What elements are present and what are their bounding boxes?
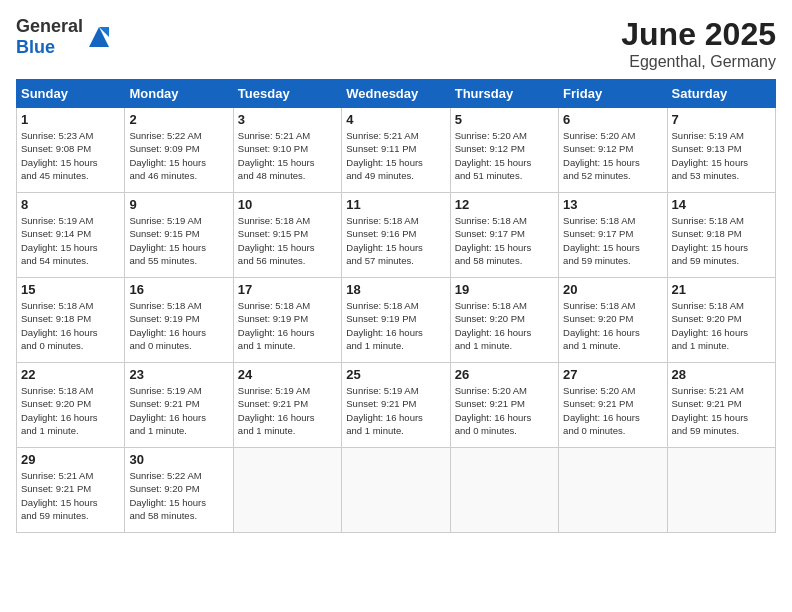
- day-24: 24Sunrise: 5:19 AM Sunset: 9:21 PM Dayli…: [233, 363, 341, 448]
- day-2: 2Sunrise: 5:22 AM Sunset: 9:09 PM Daylig…: [125, 108, 233, 193]
- day-info: Sunrise: 5:20 AM Sunset: 9:12 PM Dayligh…: [455, 130, 532, 181]
- col-thursday: Thursday: [450, 80, 558, 108]
- day-9: 9Sunrise: 5:19 AM Sunset: 9:15 PM Daylig…: [125, 193, 233, 278]
- day-number: 29: [21, 452, 120, 467]
- title-area: June 2025 Eggenthal, Germany: [621, 16, 776, 71]
- day-number: 6: [563, 112, 662, 127]
- week-row-0: 1Sunrise: 5:23 AM Sunset: 9:08 PM Daylig…: [17, 108, 776, 193]
- day-info: Sunrise: 5:19 AM Sunset: 9:21 PM Dayligh…: [129, 385, 206, 436]
- day-info: Sunrise: 5:19 AM Sunset: 9:14 PM Dayligh…: [21, 215, 98, 266]
- logo-blue: Blue: [16, 37, 55, 57]
- day-info: Sunrise: 5:18 AM Sunset: 9:18 PM Dayligh…: [672, 215, 749, 266]
- day-1: 1Sunrise: 5:23 AM Sunset: 9:08 PM Daylig…: [17, 108, 125, 193]
- day-number: 4: [346, 112, 445, 127]
- day-number: 30: [129, 452, 228, 467]
- logo-general: General: [16, 16, 83, 36]
- day-info: Sunrise: 5:19 AM Sunset: 9:21 PM Dayligh…: [238, 385, 315, 436]
- day-3: 3Sunrise: 5:21 AM Sunset: 9:10 PM Daylig…: [233, 108, 341, 193]
- day-number: 3: [238, 112, 337, 127]
- day-30: 30Sunrise: 5:22 AM Sunset: 9:20 PM Dayli…: [125, 448, 233, 533]
- day-19: 19Sunrise: 5:18 AM Sunset: 9:20 PM Dayli…: [450, 278, 558, 363]
- day-info: Sunrise: 5:23 AM Sunset: 9:08 PM Dayligh…: [21, 130, 98, 181]
- day-number: 21: [672, 282, 771, 297]
- day-number: 10: [238, 197, 337, 212]
- day-empty: [450, 448, 558, 533]
- day-info: Sunrise: 5:18 AM Sunset: 9:15 PM Dayligh…: [238, 215, 315, 266]
- day-number: 22: [21, 367, 120, 382]
- day-info: Sunrise: 5:18 AM Sunset: 9:19 PM Dayligh…: [238, 300, 315, 351]
- day-17: 17Sunrise: 5:18 AM Sunset: 9:19 PM Dayli…: [233, 278, 341, 363]
- day-empty: [667, 448, 775, 533]
- day-info: Sunrise: 5:21 AM Sunset: 9:21 PM Dayligh…: [672, 385, 749, 436]
- day-18: 18Sunrise: 5:18 AM Sunset: 9:19 PM Dayli…: [342, 278, 450, 363]
- day-info: Sunrise: 5:21 AM Sunset: 9:21 PM Dayligh…: [21, 470, 98, 521]
- day-number: 27: [563, 367, 662, 382]
- day-number: 11: [346, 197, 445, 212]
- calendar-title: June 2025: [621, 16, 776, 53]
- header-row: Sunday Monday Tuesday Wednesday Thursday…: [17, 80, 776, 108]
- day-number: 25: [346, 367, 445, 382]
- day-info: Sunrise: 5:18 AM Sunset: 9:20 PM Dayligh…: [672, 300, 749, 351]
- calendar-subtitle: Eggenthal, Germany: [621, 53, 776, 71]
- day-number: 12: [455, 197, 554, 212]
- logo: General Blue: [16, 16, 113, 58]
- week-row-4: 29Sunrise: 5:21 AM Sunset: 9:21 PM Dayli…: [17, 448, 776, 533]
- day-13: 13Sunrise: 5:18 AM Sunset: 9:17 PM Dayli…: [559, 193, 667, 278]
- day-info: Sunrise: 5:20 AM Sunset: 9:21 PM Dayligh…: [455, 385, 532, 436]
- day-info: Sunrise: 5:18 AM Sunset: 9:19 PM Dayligh…: [129, 300, 206, 351]
- day-23: 23Sunrise: 5:19 AM Sunset: 9:21 PM Dayli…: [125, 363, 233, 448]
- day-12: 12Sunrise: 5:18 AM Sunset: 9:17 PM Dayli…: [450, 193, 558, 278]
- col-wednesday: Wednesday: [342, 80, 450, 108]
- col-friday: Friday: [559, 80, 667, 108]
- day-number: 23: [129, 367, 228, 382]
- day-number: 8: [21, 197, 120, 212]
- day-number: 28: [672, 367, 771, 382]
- week-row-3: 22Sunrise: 5:18 AM Sunset: 9:20 PM Dayli…: [17, 363, 776, 448]
- day-info: Sunrise: 5:18 AM Sunset: 9:20 PM Dayligh…: [21, 385, 98, 436]
- day-5: 5Sunrise: 5:20 AM Sunset: 9:12 PM Daylig…: [450, 108, 558, 193]
- day-info: Sunrise: 5:18 AM Sunset: 9:17 PM Dayligh…: [563, 215, 640, 266]
- day-info: Sunrise: 5:21 AM Sunset: 9:10 PM Dayligh…: [238, 130, 315, 181]
- day-info: Sunrise: 5:22 AM Sunset: 9:09 PM Dayligh…: [129, 130, 206, 181]
- day-info: Sunrise: 5:19 AM Sunset: 9:15 PM Dayligh…: [129, 215, 206, 266]
- day-10: 10Sunrise: 5:18 AM Sunset: 9:15 PM Dayli…: [233, 193, 341, 278]
- day-number: 24: [238, 367, 337, 382]
- day-22: 22Sunrise: 5:18 AM Sunset: 9:20 PM Dayli…: [17, 363, 125, 448]
- day-6: 6Sunrise: 5:20 AM Sunset: 9:12 PM Daylig…: [559, 108, 667, 193]
- logo-text: General Blue: [16, 16, 83, 58]
- day-info: Sunrise: 5:19 AM Sunset: 9:13 PM Dayligh…: [672, 130, 749, 181]
- day-info: Sunrise: 5:20 AM Sunset: 9:21 PM Dayligh…: [563, 385, 640, 436]
- day-14: 14Sunrise: 5:18 AM Sunset: 9:18 PM Dayli…: [667, 193, 775, 278]
- week-row-2: 15Sunrise: 5:18 AM Sunset: 9:18 PM Dayli…: [17, 278, 776, 363]
- day-number: 2: [129, 112, 228, 127]
- calendar-table: Sunday Monday Tuesday Wednesday Thursday…: [16, 79, 776, 533]
- day-empty: [559, 448, 667, 533]
- day-info: Sunrise: 5:20 AM Sunset: 9:12 PM Dayligh…: [563, 130, 640, 181]
- day-28: 28Sunrise: 5:21 AM Sunset: 9:21 PM Dayli…: [667, 363, 775, 448]
- day-info: Sunrise: 5:22 AM Sunset: 9:20 PM Dayligh…: [129, 470, 206, 521]
- day-number: 17: [238, 282, 337, 297]
- day-number: 19: [455, 282, 554, 297]
- day-info: Sunrise: 5:18 AM Sunset: 9:20 PM Dayligh…: [563, 300, 640, 351]
- day-11: 11Sunrise: 5:18 AM Sunset: 9:16 PM Dayli…: [342, 193, 450, 278]
- day-21: 21Sunrise: 5:18 AM Sunset: 9:20 PM Dayli…: [667, 278, 775, 363]
- day-number: 14: [672, 197, 771, 212]
- col-saturday: Saturday: [667, 80, 775, 108]
- day-number: 15: [21, 282, 120, 297]
- day-26: 26Sunrise: 5:20 AM Sunset: 9:21 PM Dayli…: [450, 363, 558, 448]
- day-8: 8Sunrise: 5:19 AM Sunset: 9:14 PM Daylig…: [17, 193, 125, 278]
- day-info: Sunrise: 5:18 AM Sunset: 9:19 PM Dayligh…: [346, 300, 423, 351]
- day-info: Sunrise: 5:21 AM Sunset: 9:11 PM Dayligh…: [346, 130, 423, 181]
- day-empty: [342, 448, 450, 533]
- day-25: 25Sunrise: 5:19 AM Sunset: 9:21 PM Dayli…: [342, 363, 450, 448]
- day-info: Sunrise: 5:18 AM Sunset: 9:17 PM Dayligh…: [455, 215, 532, 266]
- day-20: 20Sunrise: 5:18 AM Sunset: 9:20 PM Dayli…: [559, 278, 667, 363]
- day-27: 27Sunrise: 5:20 AM Sunset: 9:21 PM Dayli…: [559, 363, 667, 448]
- day-number: 9: [129, 197, 228, 212]
- week-row-1: 8Sunrise: 5:19 AM Sunset: 9:14 PM Daylig…: [17, 193, 776, 278]
- day-number: 18: [346, 282, 445, 297]
- day-number: 20: [563, 282, 662, 297]
- day-7: 7Sunrise: 5:19 AM Sunset: 9:13 PM Daylig…: [667, 108, 775, 193]
- day-number: 13: [563, 197, 662, 212]
- day-number: 5: [455, 112, 554, 127]
